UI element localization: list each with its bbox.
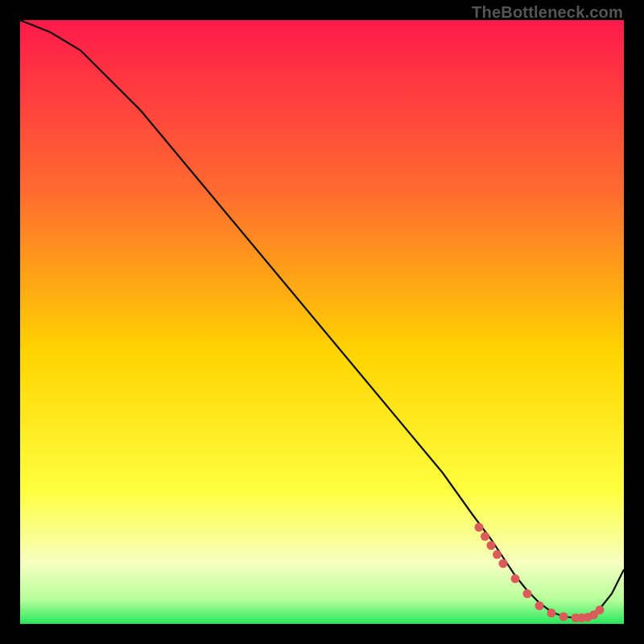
svg-rect-0 bbox=[20, 20, 624, 624]
chart-container: TheBottleneck.com bbox=[0, 0, 644, 644]
watermark-label: TheBottleneck.com bbox=[472, 3, 623, 22]
heatmap-background bbox=[20, 20, 624, 624]
plot-area bbox=[20, 20, 624, 624]
